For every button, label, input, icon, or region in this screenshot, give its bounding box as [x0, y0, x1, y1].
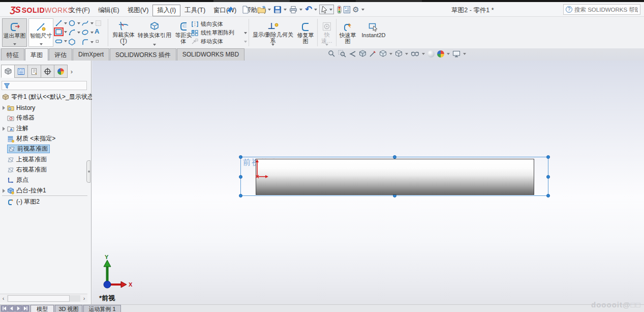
- previous-study-button[interactable]: [8, 305, 15, 311]
- convert-flyout-caret[interactable]: [153, 44, 156, 46]
- configuration-manager-tab[interactable]: [27, 65, 41, 78]
- tree-item-history[interactable]: History: [0, 103, 91, 112]
- exit-sketch-flyout-caret[interactable]: [13, 43, 16, 45]
- exit-sketch-button[interactable]: 退出草图: [2, 18, 27, 47]
- menu-insert[interactable]: 插入(I): [152, 5, 180, 16]
- tab-dimxpert[interactable]: DimXpert: [73, 48, 109, 61]
- line-flyout-caret[interactable]: [64, 22, 67, 24]
- tab-motion-study[interactable]: 运动算例 1: [83, 305, 121, 312]
- open-dropdown-caret[interactable]: [268, 9, 271, 11]
- slot-tool-button[interactable]: [55, 38, 67, 44]
- zoom-to-area-icon[interactable]: [338, 50, 346, 58]
- circle-flyout-caret[interactable]: [77, 22, 80, 24]
- scroll-right-button[interactable]: ›: [81, 295, 87, 302]
- polygon-tool-button[interactable]: [68, 38, 76, 46]
- extruded-part-face[interactable]: [256, 159, 534, 195]
- undo-dropdown-caret[interactable]: [314, 9, 317, 11]
- tab-solidworks-mbd[interactable]: SOLIDWORKS MBD: [177, 48, 244, 61]
- tree-item-right-plane[interactable]: 右视基准面: [0, 165, 91, 175]
- view-orientation-caret[interactable]: [389, 53, 392, 55]
- plane-handle[interactable]: [546, 155, 550, 159]
- new-dropdown-caret[interactable]: [252, 9, 255, 11]
- arc-tool-button[interactable]: [68, 29, 80, 36]
- plane-handle[interactable]: [546, 194, 550, 197]
- tree-item-front-plane[interactable]: 前视基准面: [0, 144, 91, 154]
- first-study-button[interactable]: [1, 305, 8, 311]
- point-tool-button[interactable]: [96, 40, 99, 43]
- slot-flyout-caret[interactable]: [64, 40, 67, 42]
- display-delete-relations-button[interactable]: ⊥ 显示/删除几何关系: [251, 18, 295, 47]
- next-study-button[interactable]: [15, 305, 22, 311]
- arc-flyout-caret[interactable]: [77, 32, 80, 34]
- view-settings-icon[interactable]: [452, 50, 461, 58]
- spline-tool-button[interactable]: [81, 19, 94, 27]
- tree-item-material[interactable]: 材质 <未指定>: [0, 134, 91, 144]
- rebuild-traffic-light-icon[interactable]: [336, 5, 342, 14]
- tab-evaluate[interactable]: 评估: [49, 48, 72, 61]
- dimxpert-manager-tab[interactable]: [41, 65, 54, 78]
- ellipse-tool-button[interactable]: [81, 29, 94, 36]
- hide-show-items-caret[interactable]: [422, 53, 425, 55]
- tab-sketch[interactable]: 草图: [25, 48, 48, 61]
- plane-handle[interactable]: [239, 155, 242, 159]
- hide-show-items-icon[interactable]: [411, 50, 419, 57]
- convert-entities-button[interactable]: 转换实体引用: [135, 18, 174, 47]
- fillet-tool-button[interactable]: [81, 38, 94, 46]
- previous-view-icon[interactable]: [349, 50, 356, 58]
- plane-handle[interactable]: [546, 175, 550, 179]
- view-settings-caret[interactable]: [463, 53, 466, 55]
- display-style-caret[interactable]: [405, 53, 408, 55]
- smart-dimension-flyout-caret[interactable]: [40, 43, 43, 45]
- linear-pattern-flyout-caret[interactable]: [244, 32, 247, 34]
- zoom-to-fit-icon[interactable]: [328, 50, 335, 58]
- tab-features[interactable]: 特征: [1, 48, 24, 61]
- tab-model[interactable]: 模型: [30, 305, 54, 312]
- help-search-box[interactable]: ?: [563, 4, 640, 15]
- line-tool-button[interactable]: [55, 19, 67, 27]
- trim-entities-button[interactable]: 剪裁实体(T): [109, 18, 138, 47]
- options-dropdown-caret[interactable]: [361, 9, 364, 11]
- tree-filter-bar[interactable]: [2, 81, 87, 90]
- rapid-sketch-button[interactable]: 快速草 图: [338, 18, 357, 47]
- tab-3d-views[interactable]: 3D 视图: [55, 305, 82, 312]
- display-manager-tab[interactable]: [54, 65, 68, 78]
- print-button[interactable]: [289, 5, 298, 14]
- section-view-icon[interactable]: [359, 50, 366, 58]
- undo-icon[interactable]: ↶: [304, 5, 313, 14]
- fillet-flyout-caret[interactable]: [90, 41, 94, 43]
- rectangle-tool-button[interactable]: [55, 29, 67, 35]
- mirror-entities-button[interactable]: 镜向实体: [191, 20, 247, 29]
- menu-tools[interactable]: 工具(T): [180, 5, 209, 16]
- smart-dimension-button[interactable]: 智能尺寸: [28, 18, 53, 47]
- linear-sketch-pattern-button[interactable]: 线性草图阵列: [191, 29, 247, 37]
- expand-arrow-icon[interactable]: [0, 189, 7, 193]
- plane-handle[interactable]: [239, 194, 242, 197]
- expand-arrow-icon[interactable]: [0, 127, 7, 131]
- menu-window[interactable]: 窗口(W): [209, 5, 240, 16]
- trim-flyout-caret[interactable]: [122, 44, 125, 46]
- plane-handle[interactable]: [239, 175, 242, 179]
- scrollbar-track[interactable]: [7, 295, 80, 302]
- view-orientation-icon[interactable]: [379, 50, 387, 58]
- options-gear-icon[interactable]: ⚙: [352, 5, 359, 14]
- tree-root-part[interactable]: 零件1 (默认<<默认>_显示状态: [0, 92, 91, 102]
- repair-sketch-button[interactable]: 修复草 图: [296, 18, 315, 47]
- spline-flyout-caret[interactable]: [90, 22, 94, 24]
- apply-scene-icon[interactable]: [437, 50, 444, 58]
- menu-file[interactable]: 文件(F): [65, 5, 94, 16]
- select-tool-button[interactable]: [319, 5, 334, 14]
- sketch-text-tool-button[interactable]: A: [95, 28, 99, 35]
- new-document-button[interactable]: [241, 5, 250, 14]
- menu-view[interactable]: 视图(V): [124, 5, 153, 16]
- tree-item-origin[interactable]: 原点: [0, 175, 91, 185]
- select-dropdown-caret[interactable]: [329, 9, 332, 11]
- tree-item-sensors[interactable]: 传感器: [0, 113, 91, 123]
- relations-flyout-caret[interactable]: [271, 44, 274, 46]
- panel-expand-chevron[interactable]: ›: [68, 65, 76, 78]
- apply-scene-caret[interactable]: [447, 53, 450, 55]
- edit-appearance-icon[interactable]: [427, 50, 435, 58]
- file-properties-icon[interactable]: [343, 5, 351, 14]
- panel-splitter-handle[interactable]: [86, 160, 90, 183]
- pin-menu-icon[interactable]: [227, 6, 234, 13]
- scroll-left-button[interactable]: ‹: [0, 295, 7, 302]
